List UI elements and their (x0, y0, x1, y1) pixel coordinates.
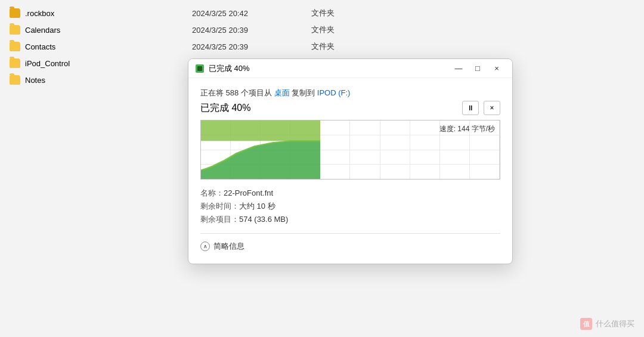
file-name-row: 名称：22-ProFont.fnt (200, 187, 500, 200)
remaining-items-label: 剩余项目： (200, 215, 239, 224)
dialog-body: 正在将 588 个项目从 桌面 复制到 IPOD (F:) 已完成 40% ⏸ … (188, 78, 512, 264)
dialog-titlebar: 已完成 40% — □ × (188, 59, 512, 78)
file-date: 2024/3/25 20:42 (192, 9, 311, 18)
remaining-items-row: 剩余项目：574 (33.6 MB) (200, 213, 500, 226)
file-type: 文件夹 (311, 8, 335, 18)
copy-desc-mid: 复制到 (290, 88, 317, 97)
file-name: iPod_Control (25, 59, 192, 68)
progress-area-chart (201, 120, 320, 179)
progress-percent-title: 已完成 40% (200, 102, 250, 115)
progress-header: 已完成 40% ⏸ × (200, 101, 500, 115)
collapse-row[interactable]: ∧ 简略信息 (200, 239, 500, 254)
dialog-title-text: 已完成 40% (209, 63, 450, 74)
remaining-time-value: 大约 10 秒 (239, 202, 275, 211)
watermark-icon-text: 值 (583, 320, 590, 329)
file-name-value: 22-ProFont.fnt (224, 188, 273, 197)
pause-button[interactable]: ⏸ (462, 101, 479, 115)
watermark-icon: 值 (580, 318, 592, 330)
progress-controls: ⏸ × (462, 101, 500, 115)
folder-icon (10, 58, 20, 68)
folder-icon (10, 42, 20, 51)
progress-info: 名称：22-ProFont.fnt 剩余时间：大约 10 秒 剩余项目：574 … (200, 187, 500, 226)
file-type: 文件夹 (311, 24, 335, 35)
folder-icon (10, 8, 20, 18)
speed-label: 速度: 144 字节/秒 (439, 124, 495, 134)
file-row[interactable]: Calendars 2024/3/25 20:39 文件夹 (0, 21, 644, 38)
divider (200, 233, 500, 234)
collapse-label: 简略信息 (213, 241, 244, 252)
cancel-button[interactable]: × (484, 101, 500, 115)
close-button[interactable]: × (488, 62, 505, 75)
copy-dest-link[interactable]: IPOD (F:) (317, 88, 351, 97)
remaining-time-row: 剩余时间：大约 10 秒 (200, 200, 500, 213)
titlebar-buttons: — □ × (450, 62, 505, 75)
progress-bar-container: 速度: 144 字节/秒 (200, 120, 500, 180)
file-type: 文件夹 (311, 41, 335, 52)
remaining-time-label: 剩余时间： (200, 202, 239, 211)
file-name: Contacts (25, 42, 192, 51)
copy-source-link[interactable]: 桌面 (274, 88, 290, 97)
file-name: Notes (25, 76, 192, 85)
file-row[interactable]: Contacts 2024/3/25 20:39 文件夹 (0, 38, 644, 55)
copy-progress-dialog: 已完成 40% — □ × 正在将 588 个项目从 桌面 复制到 IPOD (… (188, 58, 513, 264)
maximize-button[interactable]: □ (469, 62, 486, 75)
file-name-label: 名称： (200, 188, 224, 197)
svg-marker-1 (201, 141, 320, 179)
collapse-icon: ∧ (200, 242, 210, 251)
copy-desc-prefix: 正在将 588 个项目从 (200, 88, 274, 97)
watermark: 值 什么值得买 (580, 318, 634, 330)
file-date: 2024/3/25 20:39 (192, 42, 311, 51)
file-date: 2024/3/25 20:39 (192, 26, 311, 35)
svg-rect-0 (201, 120, 320, 141)
folder-icon (10, 25, 20, 35)
file-row[interactable]: .rockbox 2024/3/25 20:42 文件夹 (0, 5, 644, 21)
copy-description: 正在将 588 个项目从 桌面 复制到 IPOD (F:) (200, 88, 500, 98)
watermark-text: 什么值得买 (596, 319, 634, 329)
file-name: Calendars (25, 26, 192, 35)
file-name: .rockbox (25, 9, 192, 18)
minimize-button[interactable]: — (450, 62, 467, 75)
folder-icon (10, 75, 20, 85)
remaining-items-value: 574 (33.6 MB) (239, 215, 288, 224)
